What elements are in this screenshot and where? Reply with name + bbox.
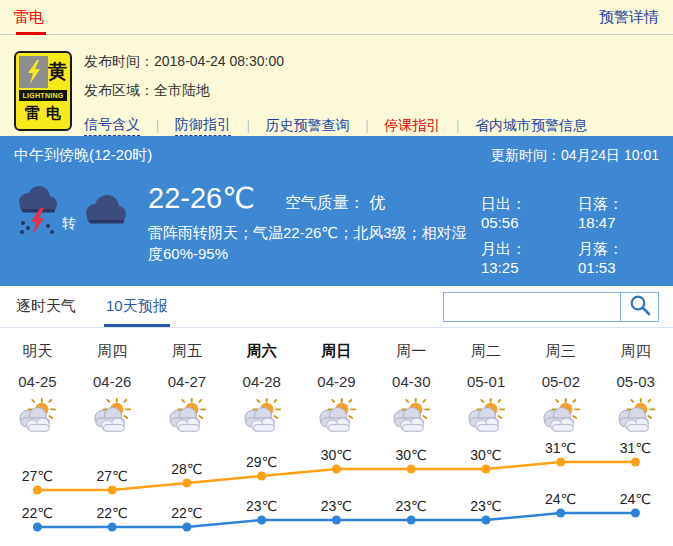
- weather-description: 雷阵雨转阴天；气温22-26℃；北风3级；相对湿度60%-95%: [148, 222, 481, 264]
- date-label-1: 04-25: [0, 373, 75, 391]
- current-main-row: 转 22-26℃ 空气质量： 优 雷阵雨转阴天；气温22-26℃；北风3级；相对…: [14, 181, 659, 276]
- badge-top: 黄: [19, 56, 67, 90]
- publish-time-line: 发布时间：2018-04-24 08:30:00: [84, 53, 659, 71]
- warning-link-3[interactable]: 历史预警查询: [265, 117, 349, 135]
- low-temp-point-9: [631, 509, 640, 518]
- low-temp-label-6: 23℃: [396, 498, 427, 514]
- air-quality-label: 空气质量：: [285, 194, 365, 211]
- low-temp-label-4: 23℃: [246, 498, 277, 514]
- search-icon: [629, 294, 651, 320]
- air-quality: 空气质量： 优: [285, 193, 385, 214]
- sun-moon-value: 05:56: [481, 214, 519, 231]
- warning-header: 雷电 预警详情 黄 LIGHTNING 雷电 发布时间：2018-04-24 0…: [0, 0, 673, 136]
- warning-tabbar: 雷电 预警详情: [0, 0, 673, 35]
- warning-link-1[interactable]: 信号含义: [84, 116, 140, 136]
- high-temp-point-6: [407, 465, 416, 474]
- day-label-5: 周日: [299, 342, 374, 360]
- link-separator: ｜: [451, 117, 464, 135]
- day-label-3: 周五: [150, 342, 225, 360]
- partly-cloudy-icon: [374, 398, 449, 436]
- date-label-3: 04-27: [150, 373, 225, 391]
- link-separator: ｜: [242, 117, 255, 135]
- date-labels-row: 04-2504-2604-2704-2804-2904-3005-0105-02…: [0, 373, 673, 391]
- partly-cloudy-icon: [299, 398, 374, 436]
- high-temp-label-9: 31℃: [620, 440, 651, 456]
- low-temp-point-8: [556, 509, 565, 518]
- date-label-8: 05-02: [523, 373, 598, 391]
- sun-moon-label: 日出：: [481, 195, 526, 212]
- lightning-warning-badge: 黄 LIGHTNING 雷电: [14, 51, 72, 131]
- day-label-8: 周三: [523, 342, 598, 360]
- day-label-9: 周四: [598, 342, 673, 360]
- publish-area-label: 发布区域：: [84, 82, 154, 98]
- high-temp-label-1: 27℃: [22, 468, 53, 484]
- tab-hourly-weather[interactable]: 逐时天气: [14, 286, 78, 327]
- high-temp-point-5: [332, 465, 341, 474]
- high-temp-label-8: 31℃: [545, 440, 576, 456]
- low-temp-point-1: [33, 523, 42, 532]
- temperature-chart: 27℃27℃28℃29℃30℃30℃30℃31℃31℃22℃22℃22℃23℃2…: [0, 436, 673, 546]
- low-temp-point-2: [108, 523, 117, 532]
- date-label-7: 05-01: [449, 373, 524, 391]
- publish-area-value: 全市陆地: [154, 82, 210, 98]
- date-label-2: 04-26: [75, 373, 150, 391]
- publish-time-value: 2018-04-24 08:30:00: [154, 53, 284, 69]
- high-temp-point-3: [182, 479, 191, 488]
- high-temp-label-2: 27℃: [97, 468, 128, 484]
- sun-moon-grid: 日出：05:56日落：18:47月出：13:25月落：01:53: [481, 195, 659, 276]
- sun-moon-item-4: 月落：01:53: [578, 240, 659, 276]
- air-quality-value: 优: [369, 194, 385, 211]
- sun-moon-value: 18:47: [578, 214, 616, 231]
- search-input[interactable]: [444, 293, 620, 321]
- forecast-period: 中午到傍晚(12-20时): [14, 146, 152, 165]
- day-label-4: 周六: [224, 342, 299, 360]
- warning-detail-link[interactable]: 预警详情: [599, 8, 659, 27]
- high-temp-point-8: [556, 458, 565, 467]
- low-temp-label-1: 22℃: [22, 505, 53, 521]
- current-conditions-panel: 中午到傍晚(12-20时) 更新时间：04月24日 10:01: [0, 136, 673, 286]
- temp-row: 22-26℃ 空气质量： 优: [148, 181, 481, 215]
- search-button[interactable]: [620, 293, 658, 321]
- day-label-1: 明天: [0, 342, 75, 360]
- badge-color-char: 黄: [48, 56, 67, 90]
- high-temp-point-4: [257, 472, 266, 481]
- day-label-7: 周二: [449, 342, 524, 360]
- day-labels-row: 明天周四周五周六周日周一周二周三周四: [0, 342, 673, 360]
- tab-ten-day-forecast[interactable]: 10天预报: [104, 286, 170, 327]
- badge-name: 雷电: [19, 101, 67, 126]
- date-label-9: 05-03: [598, 373, 673, 391]
- sun-moon-item-3: 月出：13:25: [481, 240, 562, 276]
- high-temp-point-1: [33, 486, 42, 495]
- sun-moon-label: 月出：: [481, 240, 526, 257]
- partly-cloudy-icon: [150, 398, 225, 436]
- forecast-icons-row: [0, 398, 673, 436]
- tab-lightning-alert[interactable]: 雷电: [14, 8, 44, 27]
- temperature-range: 22-26℃: [148, 181, 255, 215]
- sun-moon-item-2: 日落：18:47: [578, 195, 659, 231]
- sun-moon-item-1: 日出：05:56: [481, 195, 562, 231]
- temperature-chart-wrap: 27℃27℃28℃29℃30℃30℃30℃31℃31℃22℃22℃22℃23℃2…: [0, 436, 673, 546]
- high-temp-label-7: 30℃: [470, 447, 501, 463]
- current-weather-icons: 转: [14, 181, 148, 276]
- low-temp-point-6: [407, 516, 416, 525]
- link-separator: ｜: [360, 117, 373, 135]
- low-temp-label-9: 24℃: [620, 491, 651, 507]
- high-temp-point-7: [481, 465, 490, 474]
- warning-link-4[interactable]: 停课指引: [384, 117, 440, 135]
- low-temp-label-8: 24℃: [545, 491, 576, 507]
- cloud-icon: [80, 191, 130, 235]
- high-temp-label-4: 29℃: [246, 454, 277, 470]
- low-temp-point-5: [332, 516, 341, 525]
- warning-info: 发布时间：2018-04-24 08:30:00 发布区域：全市陆地 信号含义｜…: [84, 51, 659, 136]
- publish-area-line: 发布区域：全市陆地: [84, 82, 659, 100]
- date-label-6: 04-30: [374, 373, 449, 391]
- forecast-tabs: 逐时天气10天预报: [14, 286, 196, 327]
- low-temp-point-4: [257, 516, 266, 525]
- high-temp-point-9: [631, 458, 640, 467]
- sun-moon-value: 13:25: [481, 259, 519, 276]
- high-temp-label-5: 30℃: [321, 447, 352, 463]
- warning-link-2[interactable]: 防御指引: [175, 116, 231, 136]
- low-temp-label-2: 22℃: [97, 505, 128, 521]
- warning-link-5[interactable]: 省内城市预警信息: [475, 117, 587, 135]
- low-temp-label-5: 23℃: [321, 498, 352, 514]
